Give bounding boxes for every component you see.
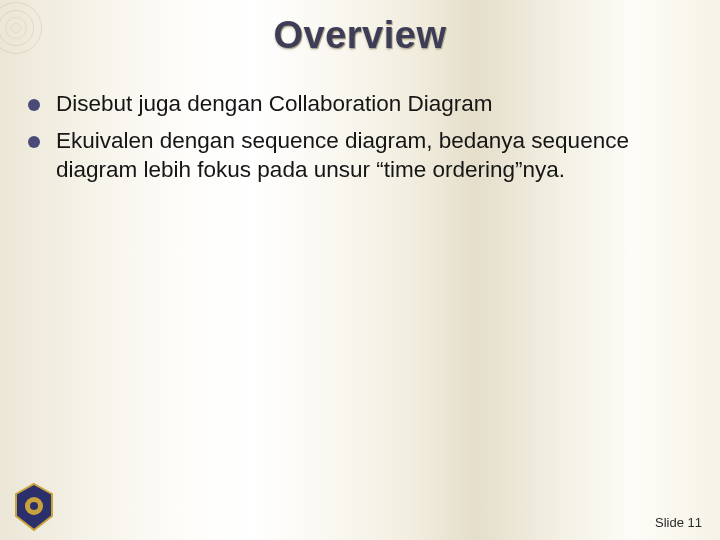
- bullet-dot-icon: [28, 136, 40, 148]
- bullet-text: Disebut juga dengan Collaboration Diagra…: [56, 90, 493, 119]
- list-item: Ekuivalen dengan sequence diagram, bedan…: [28, 127, 692, 185]
- svg-point-2: [30, 502, 38, 510]
- bullet-dot-icon: [28, 99, 40, 111]
- slide-number: Slide 11: [655, 515, 702, 530]
- bullet-text: Ekuivalen dengan sequence diagram, bedan…: [56, 127, 692, 185]
- bullet-list: Disebut juga dengan Collaboration Diagra…: [28, 90, 692, 192]
- slide-title: Overview: [0, 14, 720, 57]
- list-item: Disebut juga dengan Collaboration Diagra…: [28, 90, 692, 119]
- institution-logo-icon: [12, 482, 56, 532]
